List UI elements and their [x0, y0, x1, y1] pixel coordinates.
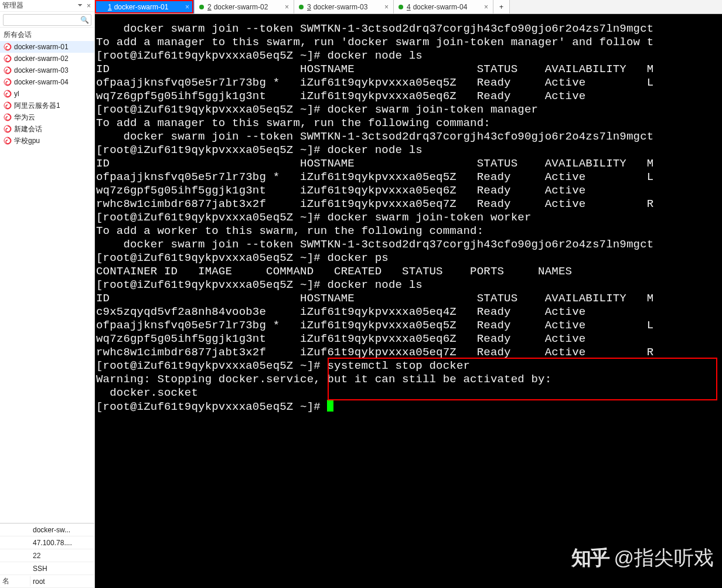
session-icon — [4, 43, 12, 51]
tab-close-icon[interactable]: × — [185, 3, 189, 11]
terminal-line: To add a worker to this swarm, run the f… — [96, 225, 722, 238]
sidebar-title: 管理器 — [2, 1, 23, 11]
terminal-line: [root@iZuf61t9qykpvxxxa05eq5Z ~]# — [96, 400, 722, 414]
session-list: docker-swarm-01docker-swarm-02docker-swa… — [0, 41, 94, 147]
watermark: 知乎 @指尖听戏 — [571, 545, 714, 572]
tab-close-icon[interactable]: × — [384, 3, 389, 11]
session-item[interactable]: docker-swarm-03 — [0, 64, 94, 76]
terminal-line: docker swarm join --token SWMTKN-1-3ctso… — [96, 22, 722, 36]
session-icon — [4, 113, 12, 121]
tab-label: 2docker-swarm-02 — [207, 3, 268, 11]
cursor-icon — [327, 400, 333, 412]
session-item[interactable]: 华为云 — [0, 111, 94, 123]
property-row: SSH — [0, 562, 94, 575]
unsaved-indicator-icon — [399, 5, 403, 9]
property-value: docker-sw... — [30, 526, 94, 534]
session-item[interactable]: yl — [0, 88, 94, 100]
session-label: docker-swarm-02 — [14, 55, 69, 63]
terminal-line: wq7z6gpf5g05ihf5ggjk1g3nt iZuf61t9qykpvx… — [96, 90, 722, 103]
tab[interactable]: 1docker-swarm-01× — [95, 0, 195, 13]
session-label: 华为云 — [14, 113, 35, 123]
search-input[interactable] — [3, 14, 91, 26]
tab-label: 1docker-swarm-01 — [108, 3, 168, 11]
session-label: docker-swarm-03 — [14, 66, 69, 74]
search-row: 🔍 — [0, 12, 94, 28]
session-item[interactable]: docker-swarm-02 — [0, 53, 94, 64]
property-key: 名 — [0, 576, 30, 586]
terminal-line: c9x5zqyqd5vf2a8nh84voob3e iZuf61t9qykpvx… — [96, 305, 722, 319]
session-icon — [4, 125, 12, 133]
zhihu-logo-icon: 知乎 — [571, 545, 609, 572]
session-item[interactable]: docker-swarm-01 — [0, 41, 94, 53]
property-value: SSH — [30, 565, 94, 573]
terminal-line: ofpaajjknsfvq05e5r7lr73bg * iZuf61t9qykp… — [96, 319, 722, 332]
terminal-line: [root@iZuf61t9qykpvxxxa05eq5Z ~]# docker… — [96, 211, 722, 225]
terminal-line: [root@iZuf61t9qykpvxxxa05eq5Z ~]# docker… — [96, 49, 722, 63]
session-group-label: 所有会话 — [0, 28, 94, 41]
property-row: 名root — [0, 575, 94, 588]
svg-point-6 — [4, 114, 11, 121]
terminal-line: ofpaajjknsfvq05e5r7lr73bg * iZuf61t9qykp… — [96, 76, 722, 90]
watermark-text: @指尖听戏 — [614, 545, 714, 572]
session-item[interactable]: 新建会话 — [0, 123, 94, 135]
new-tab-button[interactable]: + — [493, 0, 510, 13]
session-item[interactable]: 阿里云服务器1 — [0, 100, 94, 111]
property-row: docker-sw... — [0, 524, 94, 536]
svg-point-4 — [4, 90, 11, 97]
session-label: yl — [14, 90, 19, 98]
tab-bar: 1docker-swarm-01×2docker-swarm-02×3docke… — [95, 0, 722, 14]
svg-point-2 — [4, 67, 11, 74]
terminal-line: [root@iZuf61t9qykpvxxxa05eq5Z ~]# system… — [96, 359, 722, 373]
unsaved-indicator-icon — [199, 5, 204, 9]
svg-point-0 — [4, 43, 11, 50]
terminal-line: docker swarm join --token SWMTKN-1-3ctso… — [96, 130, 722, 144]
session-icon — [4, 90, 12, 98]
tab[interactable]: 2docker-swarm-02× — [195, 0, 294, 13]
session-icon — [4, 55, 12, 63]
session-label: docker-swarm-04 — [14, 78, 69, 86]
terminal-line: ID HOSTNAME STATUS AVAILABILITY M — [96, 157, 722, 171]
sidebar-header: 管理器 ⏷ × — [0, 0, 94, 12]
session-icon — [4, 101, 12, 110]
terminal-line: To add a manager to this swarm, run 'doc… — [96, 36, 722, 49]
tab-close-icon[interactable]: × — [484, 3, 488, 11]
session-icon — [4, 137, 12, 145]
terminal-line: [root@iZuf61t9qykpvxxxa05eq5Z ~]# docker… — [96, 103, 722, 117]
svg-point-7 — [4, 125, 11, 132]
close-icon[interactable]: × — [87, 2, 91, 10]
tab[interactable]: 4docker-swarm-04× — [394, 0, 493, 13]
svg-point-1 — [4, 55, 11, 62]
terminal-line: ID HOSTNAME STATUS AVAILABILITY M — [96, 63, 722, 76]
session-label: 阿里云服务器1 — [14, 101, 60, 111]
session-icon — [4, 66, 12, 74]
terminal-line: [root@iZuf61t9qykpvxxxa05eq5Z ~]# docker… — [96, 278, 722, 292]
terminal-line: [root@iZuf61t9qykpvxxxa05eq5Z ~]# docker… — [96, 144, 722, 157]
property-value: 22 — [30, 552, 94, 560]
tab-close-icon[interactable]: × — [285, 3, 289, 11]
session-item[interactable]: docker-swarm-04 — [0, 76, 94, 88]
terminal-line: docker swarm join --token SWMTKN-1-3ctso… — [96, 238, 722, 251]
terminal-line: wq7z6gpf5g05ihf5ggjk1g3nt iZuf61t9qykpvx… — [96, 332, 722, 346]
main-area: 1docker-swarm-01×2docker-swarm-02×3docke… — [95, 0, 722, 588]
session-item[interactable]: 学校gpu — [0, 135, 94, 147]
search-icon[interactable]: 🔍 — [80, 16, 89, 24]
unsaved-indicator-icon — [299, 5, 304, 9]
svg-point-3 — [4, 79, 11, 86]
tab-label: 4docker-swarm-04 — [407, 3, 467, 11]
session-manager-sidebar: 管理器 ⏷ × 🔍 所有会话 docker-swarm-01docker-swa… — [0, 0, 95, 588]
connection-properties: docker-sw...47.100.78....22SSH名root — [0, 523, 94, 588]
terminal-line: rwhc8w1cimbdr6877jabt3x2f iZuf61t9qykpvx… — [96, 346, 722, 359]
svg-point-5 — [4, 102, 11, 109]
session-label: 学校gpu — [14, 136, 40, 146]
tab-label: 3docker-swarm-03 — [307, 3, 367, 11]
terminal[interactable]: docker swarm join --token SWMTKN-1-3ctso… — [95, 14, 722, 588]
svg-point-8 — [4, 137, 11, 144]
terminal-line: Warning: Stopping docker.service, but it… — [96, 373, 722, 386]
property-row: 22 — [0, 549, 94, 562]
terminal-line: To add a manager to this swarm, run the … — [96, 117, 722, 130]
session-icon — [4, 78, 12, 86]
property-value: root — [30, 577, 94, 586]
tab[interactable]: 3docker-swarm-03× — [294, 0, 394, 13]
pin-icon[interactable]: ⏷ — [77, 2, 83, 10]
terminal-line: ofpaajjknsfvq05e5r7lr73bg * iZuf61t9qykp… — [96, 171, 722, 184]
